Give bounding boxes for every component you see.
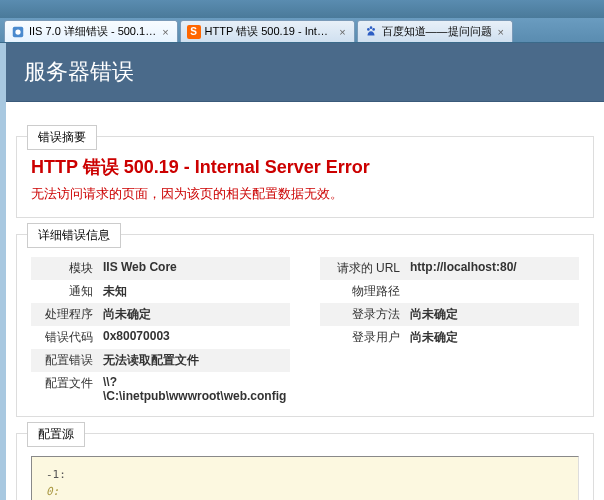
svg-point-2 [367,28,370,31]
detail-label: 登录用户 [320,329,410,346]
section-tab-config: 配置源 [27,422,85,447]
detail-value: 0x80070003 [103,329,290,346]
sogou-icon: S [187,25,201,39]
tab-iis-error[interactable]: IIS 7.0 详细错误 - 500.1… × [4,20,178,42]
detail-label: 物理路径 [320,283,410,300]
svg-point-1 [15,29,20,34]
section-tab-detail: 详细错误信息 [27,223,121,248]
detail-value: 未知 [103,283,290,300]
section-tab-summary: 错误摘要 [27,125,97,150]
error-title: HTTP 错误 500.19 - Internal Server Error [31,155,579,179]
detail-value: 尚未确定 [410,306,579,323]
detail-value: IIS Web Core [103,260,290,277]
svg-point-3 [372,28,375,31]
baidu-icon [364,25,378,39]
detail-label: 请求的 URL [320,260,410,277]
page-content: 服务器错误 错误摘要 HTTP 错误 500.19 - Internal Ser… [6,43,604,500]
detail-left-column: 模块IIS Web Core 通知未知 处理程序尚未确定 错误代码0x80070… [31,257,290,406]
config-source-box: -1: 0: [31,456,579,500]
close-icon[interactable]: × [496,26,506,38]
detail-label: 模块 [31,260,103,277]
config-source-section: 配置源 -1: 0: [16,433,594,500]
svg-point-4 [369,26,372,29]
tab-title: IIS 7.0 详细错误 - 500.1… [29,24,156,39]
detail-label: 处理程序 [31,306,103,323]
browser-tab-bar: IIS 7.0 详细错误 - 500.1… × S HTTP 错误 500.19… [0,18,604,43]
detail-label: 配置文件 [31,375,103,403]
detail-info-section: 详细错误信息 模块IIS Web Core 通知未知 处理程序尚未确定 错误代码… [16,234,594,417]
iis-icon [11,25,25,39]
detail-label: 登录方法 [320,306,410,323]
config-line: -1: [46,467,564,484]
close-icon[interactable]: × [337,26,347,38]
detail-label: 通知 [31,283,103,300]
browser-titlebar [0,0,604,18]
detail-label: 配置错误 [31,352,103,369]
detail-value: 尚未确定 [103,306,290,323]
detail-value: 无法读取配置文件 [103,352,290,369]
close-icon[interactable]: × [160,26,170,38]
error-summary-section: 错误摘要 HTTP 错误 500.19 - Internal Server Er… [16,136,594,218]
tab-title: HTTP 错误 500.19 - Inte… [205,24,334,39]
detail-right-column: 请求的 URLhttp://localhost:80/ 物理路径 登录方法尚未确… [320,257,579,406]
page-title: 服务器错误 [6,43,604,102]
tab-baidu[interactable]: 百度知道——提问问题 × [357,20,513,42]
detail-value: 尚未确定 [410,329,579,346]
config-line: 0: [46,484,564,501]
error-description: 无法访问请求的页面，因为该页的相关配置数据无效。 [31,185,579,203]
detail-value [410,283,579,300]
detail-label: 错误代码 [31,329,103,346]
tab-title: 百度知道——提问问题 [382,24,492,39]
tab-sogou[interactable]: S HTTP 错误 500.19 - Inte… × [180,20,355,42]
detail-value: http://localhost:80/ [410,260,579,277]
detail-value: \\?\C:\inetpub\wwwroot\web.config [103,375,290,403]
